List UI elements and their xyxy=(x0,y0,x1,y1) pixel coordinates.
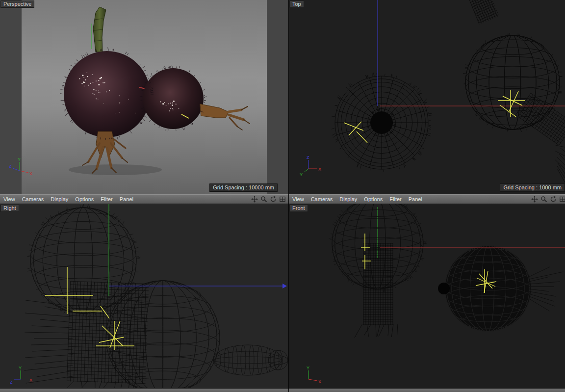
viewport-perspective[interactable]: Perspective Grid Spacing : 10000 mm Y X … xyxy=(0,0,288,194)
viewport-right[interactable]: Right Y Z X xyxy=(0,204,288,388)
axis-y-label: Y xyxy=(300,172,303,177)
rotate-view-button[interactable] xyxy=(269,195,277,203)
axis-x-label: X xyxy=(29,378,32,383)
axis-y-label: Y xyxy=(19,366,22,370)
viewport-label-top: Top xyxy=(289,0,304,8)
toggle-layout-icon xyxy=(279,196,286,203)
viewport-label-right: Right xyxy=(0,205,19,212)
grid-spacing-label-perspective: Grid Spacing : 10000 mm xyxy=(209,183,278,192)
viewport-menubar-left: View Cameras Display Options Filter Pane… xyxy=(0,194,288,204)
axis-gizmo-perspective: Y X Z xyxy=(9,156,35,179)
axis-x-label: X xyxy=(318,167,321,172)
rotate-icon xyxy=(270,196,277,203)
viewport-divider xyxy=(288,0,289,392)
zoom-view-button[interactable] xyxy=(540,195,548,203)
menu-panel[interactable]: Panel xyxy=(116,196,137,202)
perspective-scene xyxy=(0,0,288,194)
rotate-icon xyxy=(550,196,557,203)
menu-filter[interactable]: Filter xyxy=(97,196,116,202)
right-scene xyxy=(0,204,288,388)
fruit-root-small xyxy=(200,104,250,130)
fruit-stem xyxy=(93,7,106,52)
viewport-menubar-right: View Cameras Display Options Filter Pane… xyxy=(289,194,565,204)
menu-cameras[interactable]: Cameras xyxy=(308,196,336,202)
menu-cameras[interactable]: Cameras xyxy=(19,196,48,202)
viewport-front[interactable]: Front Y X xyxy=(289,204,565,388)
menu-display[interactable]: Display xyxy=(47,196,72,202)
menu-display[interactable]: Display xyxy=(336,196,360,202)
front-scene xyxy=(289,204,565,388)
pan-view-button[interactable] xyxy=(251,195,258,203)
view-tool-icons xyxy=(249,195,288,203)
viewport-label-perspective: Perspective xyxy=(0,0,34,8)
zoom-icon xyxy=(540,196,547,203)
toggle-layout-button[interactable] xyxy=(279,195,286,203)
menu-panel[interactable]: Panel xyxy=(405,196,426,202)
menu-options[interactable]: Options xyxy=(360,196,386,202)
viewport-label-front: Front xyxy=(289,205,308,212)
menu-filter[interactable]: Filter xyxy=(386,196,405,202)
fruit-body-large xyxy=(64,51,150,137)
axis-gizmo-right: Y Z X xyxy=(10,365,36,384)
menu-view[interactable]: View xyxy=(0,196,19,202)
grid-spacing-label-top: Grid Spacing : 1000 mm xyxy=(500,183,565,192)
menu-view[interactable]: View xyxy=(289,196,308,202)
pan-view-button[interactable] xyxy=(531,195,539,203)
toggle-layout-button[interactable] xyxy=(559,195,565,203)
axis-gizmo-front: Y X xyxy=(300,365,326,384)
pan-icon xyxy=(251,196,258,203)
axis-z-label: Z xyxy=(307,155,309,160)
ground-shadow xyxy=(69,164,162,175)
axis-x-label: X xyxy=(29,171,32,176)
pan-icon xyxy=(531,196,538,203)
axis-x-label: X xyxy=(318,379,321,384)
axis-y-label: Y xyxy=(18,157,21,162)
menu-options[interactable]: Options xyxy=(72,196,97,202)
toggle-layout-icon xyxy=(559,196,565,203)
top-scene xyxy=(289,0,565,194)
view-tool-icons xyxy=(529,195,565,203)
zoom-icon xyxy=(260,196,267,203)
zoom-view-button[interactable] xyxy=(260,195,268,203)
fruit-body-small xyxy=(143,68,204,129)
viewport-top[interactable]: Top Grid Spacing : 1000 mm Z X Y xyxy=(289,0,565,194)
bottom-toolbar-edge xyxy=(0,388,565,392)
axis-y-label: Y xyxy=(307,366,309,370)
axis-z-label: Z xyxy=(9,164,12,169)
rotate-view-button[interactable] xyxy=(549,195,557,203)
viewport-grid: Perspective Grid Spacing : 10000 mm Y X … xyxy=(0,0,565,392)
axis-gizmo-top: Z X Y xyxy=(298,154,324,178)
axis-z-label: Z xyxy=(10,380,13,384)
